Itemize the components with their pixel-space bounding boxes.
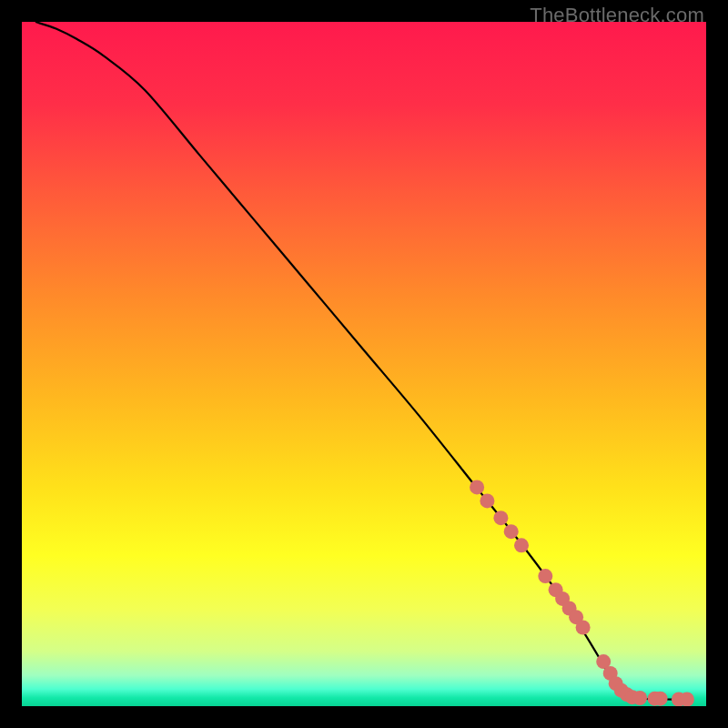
plot-area (22, 22, 706, 706)
data-marker (576, 621, 591, 635)
data-marker (653, 692, 668, 706)
watermark-text: TheBottleneck.com (530, 4, 704, 27)
chart-frame: TheBottleneck.com (0, 0, 728, 728)
chart-canvas (22, 22, 706, 706)
data-marker (493, 511, 508, 525)
data-marker (538, 569, 552, 583)
gradient-background (22, 22, 706, 706)
data-marker (632, 691, 647, 705)
data-marker (514, 538, 529, 552)
data-marker (470, 480, 484, 494)
data-marker (504, 524, 519, 539)
data-marker (680, 693, 694, 707)
data-marker (480, 493, 494, 508)
